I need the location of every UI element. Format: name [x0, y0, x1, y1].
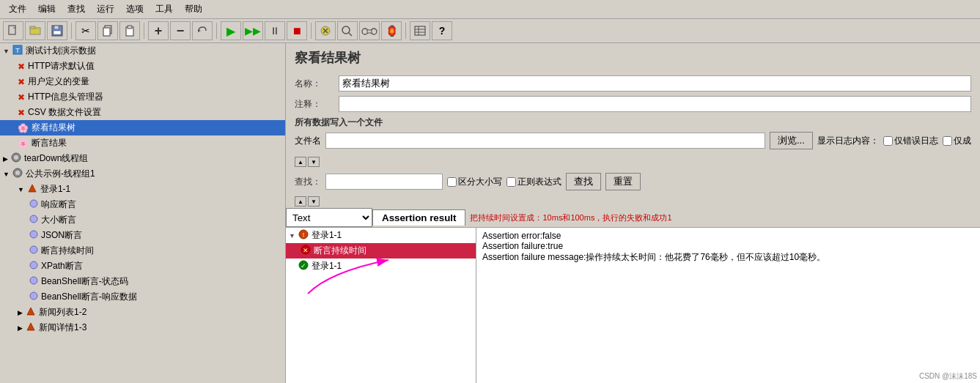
tree-item-user-vars[interactable]: ✖ 用户定义的变量 [0, 74, 285, 89]
tree-item-root[interactable]: ▼ T 测试计划演示数据 [0, 43, 285, 59]
tree-item-label: HTTP请求默认值 [28, 60, 95, 72]
watermark: CSDN @沫沫18S [919, 371, 977, 382]
tb-undo[interactable] [192, 21, 213, 40]
tb-run-all[interactable]: ▶▶ [243, 21, 263, 40]
name-input[interactable] [339, 75, 971, 92]
svg-marker-10 [198, 29, 201, 32]
menu-options[interactable]: 选项 [120, 1, 150, 17]
tree-item-xpath-assert[interactable]: XPath断言 [0, 259, 285, 274]
tree-item-http-default[interactable]: ✖ HTTP请求默认值 [0, 59, 285, 74]
annotation-text: 把持续时间设置成：10ms和100ms，执行的失败和成功1 [465, 212, 676, 223]
scroll-arrows-row: ▲ ▼ [286, 155, 980, 168]
scroll-down-btn2[interactable]: ▼ [308, 196, 320, 207]
res-tree-login-parent[interactable]: ▼ ! 登录1-1 [286, 228, 476, 243]
svg-point-31 [30, 231, 37, 238]
tb-open[interactable] [25, 21, 45, 40]
tb-list[interactable] [410, 21, 430, 40]
tree-item-size-assert[interactable]: 大小断言 [0, 212, 285, 228]
menu-edit[interactable]: 编辑 [32, 1, 62, 17]
case-checkbox[interactable] [447, 177, 457, 187]
success-log-label: 仅成 [954, 135, 971, 147]
tab-assertion[interactable]: Assertion result [372, 209, 465, 226]
browse-button[interactable]: 浏览... [770, 132, 813, 149]
tree-item-login[interactable]: ▼ 登录1-1 [0, 182, 285, 197]
sampler-icon [27, 183, 37, 196]
assert-icon [29, 291, 38, 302]
tb-new[interactable] [3, 21, 23, 40]
tree-item-news-detail[interactable]: ▶ 新闻详情1-3 [0, 320, 285, 335]
comment-input[interactable] [339, 96, 971, 112]
tree-item-beanshell-response[interactable]: BeanShell断言-响应数据 [0, 289, 285, 305]
tree-item-http-header[interactable]: ✖ HTTP信息头管理器 [0, 89, 285, 105]
menu-file[interactable]: 文件 [3, 1, 32, 17]
tree-item-view-tree[interactable]: 🌸 察看结果树 [0, 120, 285, 135]
svg-rect-18 [367, 30, 372, 33]
res-tree-assert-fail[interactable]: ✕ 断言持续时间 [286, 243, 476, 259]
tb-clear[interactable] [315, 21, 336, 40]
tb-stop[interactable]: ⏹ [287, 21, 307, 40]
tree-item-assert-result[interactable]: 🌸 断言结果 [0, 135, 285, 151]
view-type-select[interactable]: Text RegExp Tester HTML JSON XML [286, 208, 372, 227]
tree-item-label: 新闻详情1-3 [39, 321, 86, 334]
tree-item-csv[interactable]: ✖ CSV 数据文件设置 [0, 105, 285, 120]
search-row: 查找： 区分大小写 正则表达式 查找 重置 [295, 170, 971, 193]
tree-item-response-assert[interactable]: 响应断言 [0, 197, 285, 212]
menu-help[interactable]: 帮助 [179, 1, 208, 17]
tree-item-json-assert[interactable]: JSON断言 [0, 228, 285, 243]
tb-plus[interactable]: + [148, 21, 169, 40]
tree-item-news-list[interactable]: ▶ 新闻列表1-2 [0, 305, 285, 320]
tb-torch[interactable]: 🏮 [381, 21, 402, 40]
tb-minus[interactable]: − [170, 21, 191, 40]
svg-rect-9 [128, 26, 132, 29]
tree-item-beanshell-status[interactable]: BeanShell断言-状态码 [0, 274, 285, 289]
tb-binoculars[interactable] [359, 21, 380, 40]
svg-rect-5 [54, 31, 61, 34]
tree-item-label: HTTP信息头管理器 [28, 91, 103, 103]
config-icon: ✖ [18, 108, 25, 118]
tree-item-teardown[interactable]: ▶ tearDown线程组 [0, 151, 285, 166]
search-input[interactable] [325, 174, 443, 190]
listener-icon: 🌸 [18, 138, 29, 149]
ok-icon: ✓ [298, 260, 309, 272]
tree-item-duration-assert[interactable]: 断言持续时间 [0, 243, 285, 259]
tb-run[interactable]: ▶ [221, 21, 241, 40]
case-checkbox-item: 区分大小写 [447, 176, 502, 188]
scroll-down-btn[interactable]: ▼ [308, 157, 320, 167]
scroll-up-btn[interactable]: ▲ [295, 157, 306, 167]
svg-point-34 [30, 277, 37, 284]
svg-rect-7 [103, 28, 110, 36]
svg-text:!: ! [303, 231, 305, 239]
detail-line1: Assertion error:false [482, 231, 974, 241]
menu-find[interactable]: 查找 [62, 1, 91, 17]
expand-icon: ▼ [3, 171, 10, 178]
file-input[interactable] [325, 133, 765, 149]
res-item-label: 登录1-1 [312, 260, 342, 272]
comment-label: 注释： [295, 98, 339, 111]
error-log-checkbox[interactable] [883, 136, 893, 146]
tb-help[interactable]: ? [432, 21, 452, 40]
menu-run[interactable]: 运行 [91, 1, 120, 17]
tb-cut[interactable]: ✂ [75, 21, 96, 40]
tb-pause[interactable]: ⏸ [265, 21, 285, 40]
regex-checkbox[interactable] [506, 177, 516, 187]
assert-icon [29, 230, 38, 241]
tree-item-label: BeanShell断言-响应数据 [41, 291, 137, 303]
results-split: ▼ ! 登录1-1 ✕ 断言持续时间 [286, 228, 980, 383]
sep4 [311, 23, 312, 39]
success-log-checkbox[interactable] [943, 136, 952, 146]
tb-browse[interactable] [337, 21, 358, 40]
search-label: 查找： [295, 176, 321, 188]
tb-save[interactable] [47, 21, 67, 40]
reset-button[interactable]: 重置 [605, 173, 641, 190]
scroll-up-btn2[interactable]: ▲ [295, 196, 306, 207]
regex-label: 正则表达式 [517, 176, 561, 188]
svg-point-26 [14, 155, 18, 160]
tb-copy[interactable] [97, 21, 118, 40]
menubar: 文件 编辑 查找 运行 选项 工具 帮助 [0, 0, 980, 19]
res-tree-login-ok[interactable]: ▼ ✓ 登录1-1 [286, 259, 476, 274]
menu-tools[interactable]: 工具 [150, 1, 179, 17]
find-button[interactable]: 查找 [566, 173, 601, 190]
tree-item-public-group[interactable]: ▼ 公共示例-线程组1 [0, 166, 285, 182]
tb-paste[interactable] [119, 21, 140, 40]
expand-icon: ▶ [3, 155, 8, 163]
